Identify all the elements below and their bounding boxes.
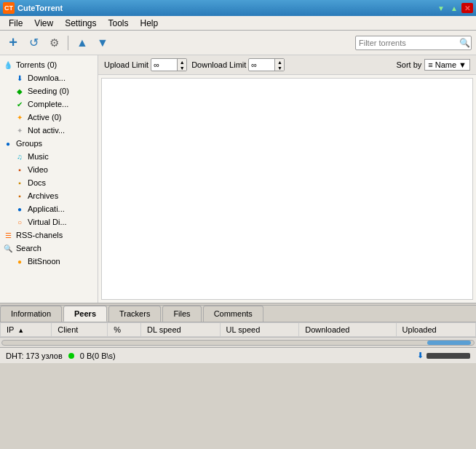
download-limit-label: Download Limit <box>191 60 246 69</box>
menu-tools[interactable]: Tools <box>103 17 135 30</box>
toolbar-separator <box>68 36 68 50</box>
download-limit-input[interactable] <box>249 60 274 70</box>
upload-limit-input[interactable] <box>151 60 177 70</box>
sidebar-item-groups[interactable]: ● Groups <box>0 137 98 150</box>
sidebar-search-icon: 🔍 <box>3 243 13 253</box>
download-limit-down[interactable]: ▼ <box>275 65 284 71</box>
col-percent[interactable]: % <box>108 323 141 337</box>
sort-value: Name <box>435 60 456 69</box>
docs-icon: ▪ <box>15 178 25 188</box>
tab-comments[interactable]: Comments <box>203 306 263 322</box>
sort-select[interactable]: ≡ Name ▼ <box>424 59 470 71</box>
sort-icon: ≡ <box>428 60 432 69</box>
minimize-button[interactable]: ▼ <box>435 3 447 13</box>
speed-indicator: ⬇ <box>417 351 470 360</box>
col-ul-speed[interactable]: UL speed <box>220 323 299 337</box>
bottom-panel: Information Peers Trackers Files Comment… <box>0 306 476 347</box>
peers-table: IP ▲ Client % DL speed UL speed Download… <box>0 322 476 337</box>
menu-view[interactable]: View <box>28 17 59 30</box>
upload-limit-down[interactable]: ▼ <box>178 65 186 71</box>
sidebar-label-virtual: Virtual Di... <box>28 218 67 226</box>
sidebar-item-complete[interactable]: ✔ Complete... <box>0 98 98 111</box>
torrent-area: Upload Limit ▲ ▼ Download Limit ▲ ▼ <box>98 55 476 303</box>
menu-settings[interactable]: Settings <box>59 17 102 30</box>
statusbar: DHT: 173 узлов 0 B(0 B\s) ⬇ <box>0 347 476 363</box>
menu-file[interactable]: File <box>3 17 28 30</box>
torrent-list[interactable] <box>101 78 473 300</box>
seeding-icon: ◆ <box>15 86 25 96</box>
hscroll-thumb[interactable] <box>427 341 471 345</box>
download-limit-input-wrap: ▲ ▼ <box>248 58 285 71</box>
limit-bar: Upload Limit ▲ ▼ Download Limit ▲ ▼ <box>98 55 476 75</box>
sidebar-item-virtual[interactable]: ○ Virtual Di... <box>0 215 98 229</box>
hscroll-area[interactable] <box>0 337 476 347</box>
add-torrent-button[interactable]: + <box>4 34 22 52</box>
menu-help[interactable]: Help <box>135 17 164 30</box>
upload-limit-field: Upload Limit ▲ ▼ <box>104 58 187 71</box>
sidebar-item-archives[interactable]: ▪ Archives <box>0 189 98 202</box>
dht-status: DHT: 173 узлов <box>6 351 63 360</box>
close-button[interactable]: ✕ <box>461 3 473 13</box>
col-ip[interactable]: IP ▲ <box>1 323 52 337</box>
refresh-button[interactable]: ↺ <box>25 34 42 52</box>
applications-icon: ● <box>15 204 25 214</box>
notactive-icon: ✦ <box>15 125 25 135</box>
sidebar-item-torrents[interactable]: 💧 Torrents (0) <box>0 58 98 71</box>
col-downloaded[interactable]: Downloaded <box>299 323 396 337</box>
menubar: File View Settings Tools Help <box>0 16 476 31</box>
tab-trackers[interactable]: Trackers <box>108 306 161 322</box>
sidebar-item-search[interactable]: 🔍 Search <box>0 242 98 255</box>
col-client[interactable]: Client <box>52 323 108 337</box>
sidebar-item-docs[interactable]: ▪ Docs <box>0 176 98 189</box>
sidebar-item-download[interactable]: ⬇ Downloa... <box>0 71 98 84</box>
sidebar-label-archives: Archives <box>28 191 58 200</box>
filter-box: 🔍 <box>355 36 472 50</box>
sort-dropdown-icon: ▼ <box>459 60 467 69</box>
search-icon: 🔍 <box>459 38 470 48</box>
down-speed-label: 0 B(0 B\s) <box>80 351 116 360</box>
col-uploaded[interactable]: Uploaded <box>396 323 475 337</box>
sidebar-item-video[interactable]: ▪ Video <box>0 163 98 176</box>
sidebar-item-bitsnoop[interactable]: ● BitSnoon <box>0 255 98 268</box>
sidebar-label-search: Search <box>16 244 41 253</box>
ip-sort-icon: ▲ <box>17 327 24 334</box>
download-icon: ⬇ <box>15 73 25 83</box>
sidebar-item-seeding[interactable]: ◆ Seeding (0) <box>0 84 98 98</box>
move-up-button[interactable]: ▲ <box>74 34 91 52</box>
sidebar-label-groups: Groups <box>16 139 42 148</box>
torrents-icon: 💧 <box>3 60 13 70</box>
window-controls: ▼ ▲ ✕ <box>435 3 473 13</box>
sidebar-item-music[interactable]: ♫ Music <box>0 150 98 163</box>
sidebar-item-active[interactable]: ✦ Active (0) <box>0 111 98 124</box>
virtual-icon: ○ <box>15 217 25 227</box>
bitsnoop-icon: ● <box>15 256 25 266</box>
toolbar: + ↺ ⚙ ▲ ▼ 🔍 <box>0 31 476 55</box>
sidebar-item-applications[interactable]: ● Applicati... <box>0 202 98 215</box>
app-icon: CT <box>3 2 15 14</box>
tab-files[interactable]: Files <box>162 306 201 322</box>
settings-button[interactable]: ⚙ <box>45 34 63 52</box>
upload-limit-up[interactable]: ▲ <box>178 59 186 65</box>
tab-peers[interactable]: Peers <box>63 306 107 322</box>
sort-label: Sort by <box>396 60 421 69</box>
sidebar: 💧 Torrents (0) ⬇ Downloa... ◆ Seeding (0… <box>0 55 98 303</box>
connection-status-dot <box>68 353 74 359</box>
download-limit-up[interactable]: ▲ <box>275 59 284 65</box>
sidebar-label-music: Music <box>28 152 49 161</box>
sidebar-label-seeding: Seeding (0) <box>28 87 69 95</box>
sidebar-item-notactive[interactable]: ✦ Not activ... <box>0 124 98 137</box>
groups-icon: ● <box>3 138 13 148</box>
tabs: Information Peers Trackers Files Comment… <box>0 306 476 322</box>
archives-icon: ▪ <box>15 191 25 201</box>
filter-input[interactable] <box>359 39 459 47</box>
sidebar-item-rss[interactable]: ☰ RSS-chanels <box>0 229 98 242</box>
complete-icon: ✔ <box>15 99 25 109</box>
col-dl-speed[interactable]: DL speed <box>140 323 220 337</box>
main-area: 💧 Torrents (0) ⬇ Downloa... ◆ Seeding (0… <box>0 55 476 303</box>
hscroll-track[interactable] <box>1 340 475 346</box>
video-icon: ▪ <box>15 164 25 175</box>
maximize-button[interactable]: ▲ <box>448 3 460 13</box>
tab-information[interactable]: Information <box>0 306 62 322</box>
upload-limit-spin: ▲ ▼ <box>177 59 186 71</box>
move-down-button[interactable]: ▼ <box>94 34 111 52</box>
